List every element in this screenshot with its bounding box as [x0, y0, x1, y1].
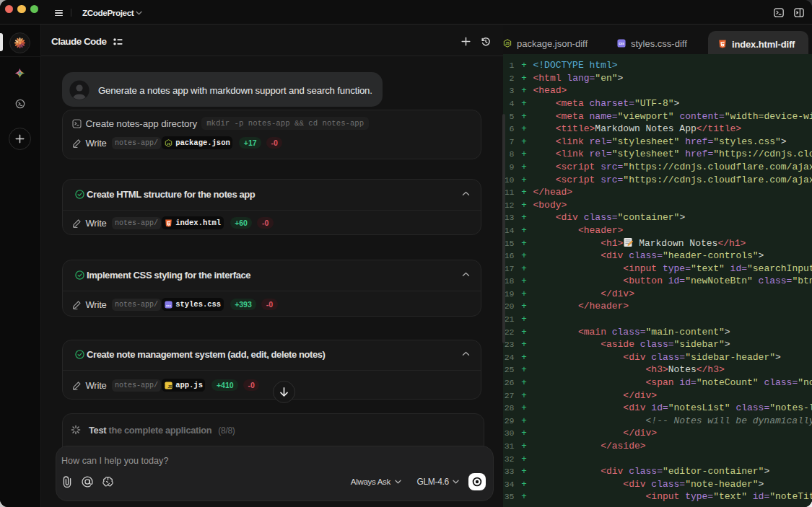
svg-text:JS: JS [168, 384, 173, 388]
svg-text:JS: JS [505, 42, 510, 45]
svg-text:css: css [166, 303, 172, 307]
svg-text:css: css [619, 42, 624, 45]
svg-text:JS: JS [167, 141, 170, 145]
